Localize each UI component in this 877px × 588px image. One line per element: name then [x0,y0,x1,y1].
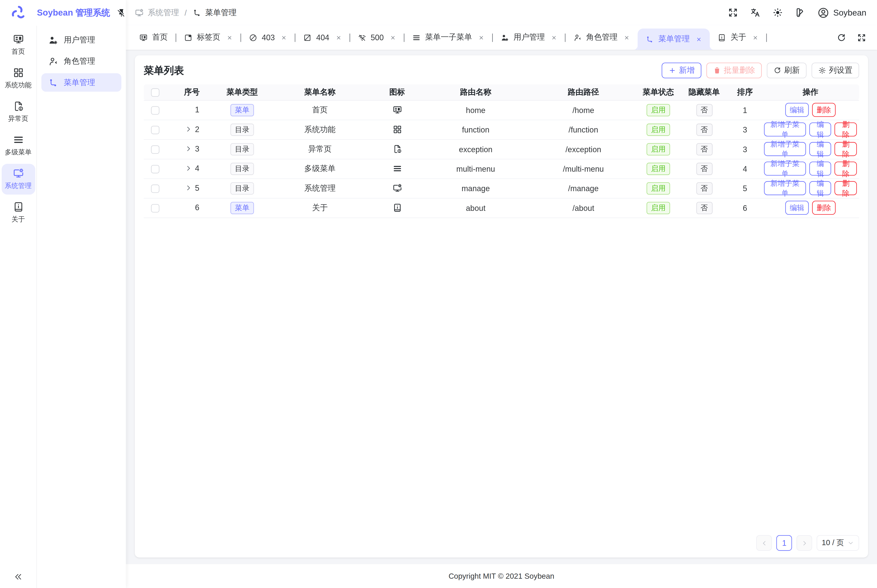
col-header-index: 序号 [166,84,218,100]
tab-user-manage[interactable]: 用户管理 [493,25,565,50]
edit-button[interactable]: 编辑 [809,181,831,195]
tab-403[interactable]: 403 [241,25,295,50]
tab-menu-submenu[interactable]: 菜单一子菜单 [404,25,493,50]
soybean-logo-icon [10,4,27,21]
rail-item-about[interactable]: 关于 [1,198,35,228]
cell-hidden: 否 [680,100,728,120]
reload-page-button[interactable] [837,33,846,42]
rail-item-manage[interactable]: 系统管理 [1,164,35,195]
rail-item-label: 系统管理 [5,181,32,191]
cell-icon [373,120,421,139]
edit-button[interactable]: 编辑 [809,123,831,136]
page-title: 菜单列表 [144,64,184,77]
row-checkbox[interactable] [151,204,159,212]
next-page-button[interactable] [797,535,812,551]
row-checkbox[interactable] [151,165,159,173]
row-checkbox[interactable] [151,145,159,154]
gear-icon [818,66,826,74]
theme-mode-button[interactable] [772,8,783,18]
delete-button[interactable]: 删除 [812,103,835,117]
edit-button[interactable]: 编辑 [809,162,831,176]
not-found-icon [303,33,312,42]
row-checkbox[interactable] [151,126,159,134]
expand-row-icon[interactable] [184,145,192,152]
expand-row-icon[interactable] [184,125,192,133]
batch-delete-button[interactable]: 批量删除 [706,63,762,78]
prev-page-button[interactable] [756,535,772,551]
pin-toggle-button[interactable] [117,9,126,17]
add-child-button[interactable]: 新增子菜单 [764,162,806,176]
content-fullscreen-button[interactable] [857,33,866,42]
fullscreen-icon [857,33,866,42]
language-button[interactable] [750,8,760,18]
edit-button[interactable]: 编辑 [785,103,809,117]
close-icon[interactable] [227,34,233,40]
rail-item-home[interactable]: 首页 [1,30,35,60]
expand-row-icon[interactable] [184,164,192,172]
cell-route-path: /home [530,100,637,120]
delete-button[interactable]: 删除 [835,181,857,195]
tab-home[interactable]: 首页 [131,25,176,50]
cell-status: 启用 [637,198,680,218]
cell-actions: 新增子菜单 编辑 删除 [762,159,859,178]
add-child-button[interactable]: 新增子菜单 [764,142,806,156]
main-column: 系统管理 / 菜单管理 Soybean [126,0,877,588]
tab-500[interactable]: 500 [350,25,404,50]
sidebar-item-menu-manage[interactable]: 菜单管理 [41,73,121,92]
delete-button[interactable]: 删除 [812,201,835,215]
select-all-checkbox[interactable] [151,88,159,97]
sidebar-item-label: 用户管理 [64,35,95,45]
col-header-route-path: 路由路径 [530,84,637,100]
add-child-button[interactable]: 新增子菜单 [764,181,806,195]
theme-settings-button[interactable] [795,8,805,18]
refresh-button[interactable]: 刷新 [767,63,806,78]
delete-button[interactable]: 删除 [835,123,857,136]
close-icon[interactable] [624,34,630,40]
close-icon[interactable] [390,34,396,40]
add-child-button[interactable]: 新增子菜单 [764,123,806,136]
sidebar-item-user-manage[interactable]: 用户管理 [41,31,121,49]
tab-tabpage[interactable]: 标签页 [176,25,240,50]
close-icon[interactable] [335,34,341,40]
rail-item-multi-menu[interactable]: 多级菜单 [1,130,35,161]
tab-role-manage[interactable]: 角色管理 [566,25,638,50]
add-button[interactable]: 新增 [662,63,701,78]
rail-item-exception[interactable]: 异常页 [1,97,35,128]
column-settings-button[interactable]: 列设置 [812,63,859,78]
status-tag: 启用 [647,104,670,116]
sidebar-collapse-button[interactable] [14,572,23,582]
tab-menu-manage[interactable]: 菜单管理 [638,28,710,50]
tab-404[interactable]: 404 [296,25,350,50]
menu-table: 序号 菜单类型 菜单名称 图标 路由名称 路由路径 菜单状态 隐藏菜单 排序 操… [144,84,859,218]
row-checkbox[interactable] [151,106,159,114]
row-index: 5 [195,183,199,192]
rail-item-function[interactable]: 系统功能 [1,63,35,94]
row-index: 6 [195,202,199,212]
breadcrumb-item-manage[interactable]: 系统管理 [135,8,179,18]
rail-item-label: 异常页 [8,114,28,124]
route-icon [48,78,58,87]
user-menu[interactable]: Soybean [817,6,866,19]
delete-button[interactable]: 删除 [835,162,857,176]
expand-row-icon[interactable] [184,184,192,191]
close-icon[interactable] [551,34,557,40]
page-number-button[interactable]: 1 [776,535,792,551]
close-icon[interactable] [478,34,484,40]
tab-about[interactable]: 关于 [710,25,766,50]
menu-type-tag: 目录 [230,143,254,155]
close-icon[interactable] [752,34,758,40]
edit-button[interactable]: 编辑 [809,142,831,156]
app-logo[interactable] [0,4,37,21]
tab-bar: 首页 标签页 403 404 [126,25,877,50]
fullscreen-button[interactable] [728,8,738,18]
close-icon[interactable] [281,34,287,40]
row-checkbox[interactable] [151,184,159,193]
col-header-menu-status: 菜单状态 [637,84,680,100]
cell-order: 6 [728,198,762,218]
delete-button[interactable]: 删除 [835,142,857,156]
edit-button[interactable]: 编辑 [785,201,809,215]
page-size-select[interactable]: 10 / 页 [817,535,859,551]
breadcrumb-item-menu-manage[interactable]: 菜单管理 [192,8,236,18]
sidebar-item-role-manage[interactable]: 角色管理 [41,52,121,70]
close-icon[interactable] [696,36,702,42]
